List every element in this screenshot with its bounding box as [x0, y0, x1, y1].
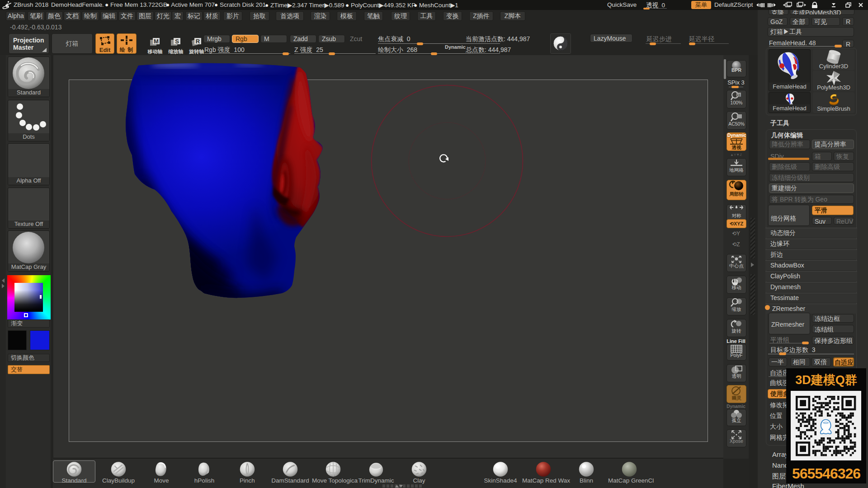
- svg-text:M: M: [154, 38, 159, 45]
- svg-text:R: R: [196, 38, 200, 45]
- svg-text:S: S: [175, 38, 179, 45]
- svg-text:x1: x1: [737, 93, 741, 97]
